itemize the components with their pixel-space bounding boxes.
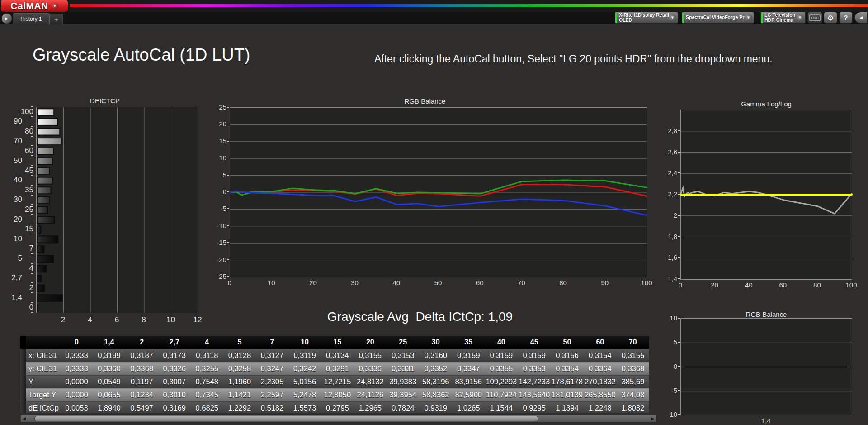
- axis-tick: [31, 214, 33, 215]
- tab-history-1[interactable]: History 1: [13, 13, 50, 24]
- table-cell: 0,0000: [60, 375, 93, 388]
- de-bar: [37, 148, 53, 155]
- table-cell: 0,3007: [158, 375, 191, 388]
- source-dropdown[interactable]: SpectraCal VideoForge Pro ▼: [682, 12, 754, 24]
- ddc-button[interactable]: DDC: [807, 12, 822, 24]
- column-header: 70: [617, 336, 649, 349]
- meter-dropdown[interactable]: X-Rite i1Display Retail OLED ▼: [615, 12, 678, 24]
- table-row: dE ICtCp0,00531,89400,54970,31690,68251,…: [20, 401, 649, 413]
- table-cell: 0,3155: [354, 349, 387, 362]
- tab-scroll-button[interactable]: ▶: [1, 13, 12, 24]
- table-cell: 0,3156: [551, 349, 584, 362]
- axis-tick: [31, 136, 33, 137]
- table-cell: 0,3255: [191, 362, 223, 375]
- axis-tick-label: 10: [14, 235, 22, 243]
- row-label-header: [26, 336, 61, 349]
- axis-tick-label: 60: [25, 147, 33, 155]
- display-dropdown[interactable]: LG Television HDR Cinema ▼: [760, 12, 806, 24]
- axis-tick: [31, 302, 33, 303]
- table-cell: 5,0156: [288, 375, 321, 388]
- axis-tick: [678, 318, 680, 319]
- column-header: 4: [191, 336, 223, 349]
- column-header: 45: [518, 336, 551, 349]
- table-horizontal-scrollbar[interactable]: ◀ ▶: [20, 415, 656, 422]
- row-handle: [20, 388, 26, 401]
- table-row: Y0,00000,05490,11970,30070,75481,19602,2…: [20, 375, 649, 388]
- help-button[interactable]: ?: [839, 12, 853, 24]
- table-cell: 0,3368: [617, 362, 649, 375]
- green-line: [230, 180, 647, 195]
- column-header: 10: [288, 336, 321, 349]
- scrollbar-thumb[interactable]: [34, 416, 538, 421]
- axis-tick-label: 100: [21, 108, 33, 116]
- axis-tick-label: 12: [193, 316, 202, 324]
- axis-tick-label: 2,4: [668, 169, 677, 177]
- table-cell: 0,5182: [256, 401, 288, 413]
- table-cell: 0,0000: [60, 388, 93, 401]
- rgb-balance-chart-title: RGB Balance: [201, 97, 649, 105]
- gamma-line-chart: [680, 110, 852, 280]
- de-bar: [37, 285, 44, 291]
- axis-tick-label: 50: [14, 157, 22, 165]
- axis-tick: [678, 130, 680, 131]
- axis-tick-label: 70: [518, 279, 525, 287]
- axis-tick-label: 0: [29, 303, 33, 311]
- table-cell: 2,2597: [256, 388, 288, 401]
- axis-tick-label: -10: [217, 222, 226, 229]
- table-cell: 109,2293: [485, 375, 518, 388]
- table-cell: 0,3333: [60, 349, 93, 362]
- chevron-left-icon: ◀: [859, 15, 863, 20]
- axis-tick: [227, 225, 229, 226]
- collapse-panel-button[interactable]: ◀: [854, 12, 868, 24]
- table-cell: 142,7233: [518, 375, 551, 388]
- table-cell: 0,3291: [321, 362, 354, 375]
- axis-tick-label: 60: [779, 282, 787, 289]
- calman-logo-menu[interactable]: CalMAN ▼: [1, 0, 68, 12]
- table-cell: 0,1197: [126, 375, 158, 388]
- table-cell: 39,3954: [387, 388, 419, 401]
- axis-tick-label: 2,2: [668, 191, 677, 198]
- axis-tick: [31, 185, 33, 186]
- column-header: 35: [452, 336, 485, 349]
- axis-tick-label: 35: [25, 186, 33, 194]
- page-title: Grayscale AutoCal (1D LUT): [33, 45, 250, 65]
- table-row: x: CIE310,33330,31990,31870,31730,31180,…: [20, 349, 649, 362]
- axis-tick-label: 60: [476, 279, 484, 287]
- axis-tick-label: 10: [268, 279, 275, 287]
- axis-tick-label: 80: [559, 279, 567, 287]
- scroll-right-arrow[interactable]: ▶: [650, 416, 656, 421]
- axis-tick-label: -25: [217, 273, 226, 280]
- table-cell: 0,3258: [223, 362, 256, 375]
- column-header: 30: [420, 336, 452, 349]
- de-bar: [37, 129, 60, 135]
- table-cell: 2,2305: [256, 375, 288, 388]
- axis-tick-label: 40: [745, 282, 753, 289]
- axis-tick-label: 15: [25, 225, 33, 233]
- table-cell: 0,3155: [617, 349, 649, 362]
- table-cell: 12,8050: [321, 388, 354, 401]
- axis-tick: [678, 390, 680, 391]
- axis-tick-label: 10: [166, 316, 175, 324]
- gear-icon: ⚙: [827, 14, 834, 22]
- column-header: 25: [387, 336, 419, 349]
- axis-tick: [31, 282, 33, 283]
- axis-tick: [31, 165, 33, 166]
- axis-tick: [678, 257, 680, 258]
- scroll-left-arrow[interactable]: ◀: [21, 416, 27, 421]
- deictcp-bar-chart: [36, 107, 198, 313]
- table-cell: 0,3160: [420, 349, 452, 362]
- table-cell: 1,1394: [551, 401, 584, 413]
- add-tab-button[interactable]: +: [50, 14, 63, 24]
- axis-tick: [678, 414, 680, 415]
- row-label: Y: [26, 375, 61, 388]
- table-cell: 0,9319: [420, 401, 452, 413]
- axis-tick-label: -5: [221, 205, 226, 212]
- chevron-down-icon: ▼: [52, 3, 58, 10]
- axis-tick-label: 1,4: [761, 417, 771, 425]
- table-cell: 1,2292: [223, 401, 256, 413]
- table-cell: 0,7345: [191, 388, 223, 401]
- table-cell: 385,69: [617, 375, 649, 388]
- axis-tick-label: 90: [601, 279, 609, 287]
- table-cell: 0,9295: [518, 401, 551, 413]
- settings-button[interactable]: ⚙: [824, 12, 837, 24]
